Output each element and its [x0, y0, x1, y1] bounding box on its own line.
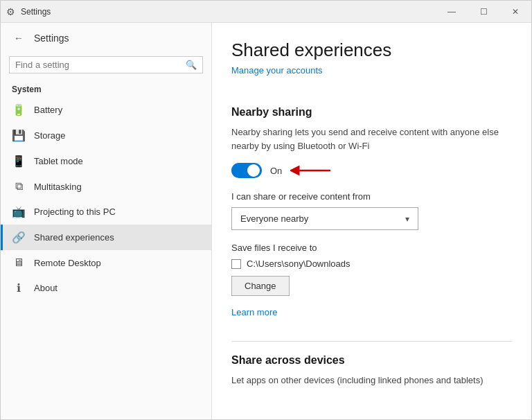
tablet-icon: 📱: [12, 155, 26, 168]
change-button[interactable]: Change: [231, 276, 290, 296]
share-devices-description: Let apps on other devices (including lin…: [231, 374, 512, 387]
battery-icon: 🔋: [12, 103, 26, 116]
right-panel: Shared experiences Manage your accounts …: [212, 23, 531, 419]
multitasking-icon: ⧉: [12, 180, 26, 193]
share-devices-title: Share across devices: [231, 354, 512, 367]
page-title: Shared experiences: [231, 40, 512, 61]
settings-icon: ⚙: [6, 6, 15, 17]
red-arrow-toggle: [290, 162, 332, 179]
sidebar-item-label: Tablet mode: [34, 156, 83, 166]
main-content: ← Settings 🔍 System 🔋 Battery 💾 Storage …: [1, 23, 531, 419]
file-path-text: C:\Users\sony\Downloads: [247, 259, 351, 269]
back-button[interactable]: ←: [9, 28, 28, 48]
settings-window: ⚙ Settings — ☐ ✕ ← Settings 🔍 System: [0, 0, 532, 420]
learn-more-link[interactable]: Learn more: [231, 307, 277, 317]
everyone-nearby-dropdown[interactable]: Everyone nearby ▾: [231, 207, 418, 230]
sidebar-item-label: Multitasking: [34, 182, 82, 192]
sidebar-item-label: Storage: [34, 130, 66, 141]
title-bar-left: ⚙ Settings: [6, 6, 51, 17]
close-button[interactable]: ✕: [499, 1, 531, 23]
about-icon: ℹ: [12, 281, 26, 295]
shared-icon: 🔗: [12, 231, 26, 244]
sidebar-nav-top: ← Settings: [1, 23, 211, 53]
sidebar-item-tablet[interactable]: 📱 Tablet mode: [1, 148, 211, 174]
section-divider: [231, 341, 512, 342]
title-bar-controls: — ☐ ✕: [436, 1, 531, 23]
search-icon[interactable]: 🔍: [186, 60, 197, 70]
sidebar: ← Settings 🔍 System 🔋 Battery 💾 Storage …: [1, 23, 212, 419]
sidebar-app-title: Settings: [34, 33, 69, 44]
title-bar: ⚙ Settings — ☐ ✕: [1, 1, 531, 23]
sidebar-item-label: Battery: [34, 105, 62, 115]
projecting-icon: 📺: [12, 205, 26, 218]
sidebar-item-label: Remote Desktop: [34, 258, 101, 268]
maximize-button[interactable]: ☐: [468, 1, 499, 23]
sidebar-item-shared[interactable]: 🔗 Shared experiences: [1, 225, 211, 250]
sidebar-item-remote[interactable]: 🖥 Remote Desktop: [1, 250, 211, 275]
toggle-row: On: [231, 162, 512, 179]
file-path-row: C:\Users\sony\Downloads: [231, 259, 512, 269]
sidebar-item-battery[interactable]: 🔋 Battery: [1, 97, 211, 123]
storage-icon: 💾: [12, 129, 26, 142]
remote-icon: 🖥: [12, 256, 26, 269]
title-bar-title: Settings: [21, 7, 51, 17]
sidebar-item-projecting[interactable]: 📺 Projecting to this PC: [1, 199, 211, 225]
sidebar-item-about[interactable]: ℹ About: [1, 275, 211, 301]
toggle-label: On: [270, 166, 282, 176]
sidebar-item-label: About: [34, 283, 57, 293]
minimize-button[interactable]: —: [436, 1, 468, 23]
sidebar-item-storage[interactable]: 💾 Storage: [1, 123, 211, 148]
back-icon: ←: [14, 33, 24, 44]
search-box[interactable]: 🔍: [9, 56, 203, 73]
nearby-sharing-title: Nearby sharing: [231, 106, 512, 119]
search-input[interactable]: [15, 60, 181, 70]
sidebar-item-label: Shared experiences: [34, 232, 114, 243]
sidebar-section-label: System: [1, 79, 211, 97]
share-from-label: I can share or receive content from: [231, 191, 512, 202]
chevron-down-icon: ▾: [405, 214, 409, 224]
manage-accounts-link[interactable]: Manage your accounts: [231, 65, 323, 76]
file-path-checkbox[interactable]: [231, 259, 241, 269]
sidebar-item-multitasking[interactable]: ⧉ Multitasking: [1, 174, 211, 199]
save-files-label: Save files I receive to: [231, 243, 512, 253]
nearby-sharing-toggle[interactable]: [231, 163, 262, 178]
sidebar-item-label: Projecting to this PC: [34, 207, 116, 217]
dropdown-value: Everyone nearby: [240, 213, 308, 224]
nearby-sharing-description: Nearby sharing lets you send and receive…: [231, 125, 512, 152]
